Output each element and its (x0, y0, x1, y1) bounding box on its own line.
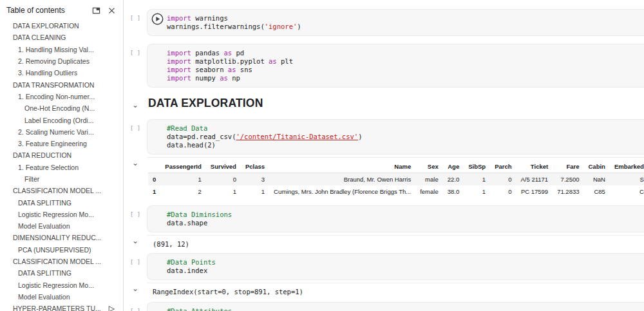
toc-item[interactable]: One-Hot Encoding (N... (0, 102, 123, 114)
df-cell: 1 (464, 185, 490, 198)
toc-item[interactable]: DATA CLEANING (0, 32, 123, 43)
code-lines: #Data Diminsionsdata.shape (167, 211, 636, 227)
output-content: PassengerIdSurvivedPclassNameSexAgeSibSp… (147, 157, 644, 198)
toc-item[interactable]: 1. Encoding Non-numer... (0, 91, 123, 102)
toc-title: Table of contents (6, 6, 84, 15)
notebook-area: [ ] import warningswarnings.filterwarnin… (124, 0, 644, 311)
toc-item[interactable]: Filter (0, 173, 123, 185)
df-column-header: Sex (415, 160, 443, 173)
toc-item[interactable]: DATA SPLITTING (0, 267, 123, 279)
df-column-header: Age (443, 160, 464, 173)
toc-list: DATA EXPLORATIONDATA CLEANING1. Handling… (0, 18, 123, 311)
toc-item[interactable]: Model Evaluation (0, 291, 123, 303)
df-cell: S (610, 173, 644, 186)
df-column-header: Survived (206, 160, 241, 173)
code-line: data.head(2) (167, 141, 636, 149)
df-cell: 7.2500 (553, 173, 583, 186)
toc-item-label: DATA SPLITTING (18, 269, 71, 277)
code-cell: [ ] #Read Datadata=pd.read_csv('/content… (124, 119, 644, 155)
toc-item-label: PCA (UNSUPERVISED) (18, 246, 91, 254)
df-cell: 38.0 (443, 185, 464, 198)
code-line: import pandas as pd (167, 49, 636, 57)
toc-item-label: 1. Encoding Non-numer... (18, 93, 95, 100)
toc-item-label: 1. Feature Selection (18, 164, 79, 171)
toc-item[interactable]: CLASSIFICATION MODEL ... (0, 256, 123, 267)
toc-item[interactable]: DATA TRANSFORMATION (0, 79, 123, 90)
dataframe-table: PassengerIdSurvivedPclassNameSexAgeSibSp… (148, 160, 644, 198)
toc-item[interactable]: DATA REDUCTION (0, 149, 123, 161)
toc-item[interactable]: Logistic Regression Mo... (0, 279, 123, 291)
cell-output: ⌄ RangeIndex(start=0, stop=891, step=1) (124, 283, 644, 297)
toc-item[interactable]: 1. Handling Missing Val... (0, 44, 123, 55)
collapse-output-icon[interactable]: ⌄ (124, 235, 147, 245)
df-cell: female (415, 185, 443, 198)
execution-indicator[interactable]: [ ] (124, 119, 147, 131)
code-lines: #Read Datadata=pd.read_csv('/content/Tit… (167, 124, 636, 149)
toc-item-label: DATA EXPLORATION (13, 22, 79, 30)
open-in-tab-icon[interactable] (92, 6, 100, 15)
df-index-cell: 1 (148, 185, 160, 198)
toc-item-label: One-Hot Encoding (N... (24, 104, 95, 112)
toc-item[interactable]: 2. Removing Duplicates (0, 55, 123, 67)
output-text: (891, 12) (148, 238, 644, 249)
collapse-output-icon[interactable]: ⌄ (124, 157, 147, 167)
df-column-header: Embarked (610, 160, 644, 173)
df-header-row: PassengerIdSurvivedPclassNameSexAgeSibSp… (148, 160, 644, 173)
df-cell: 71.2833 (553, 185, 583, 198)
section-heading: DATA EXPLORATION (147, 97, 263, 110)
toc-item-label: 2. Scaling Numeric Vari... (18, 128, 94, 136)
code-line: warnings.filterwarnings('ignore') (167, 23, 636, 31)
toc-item-label: Logistic Regression Mo... (18, 211, 94, 218)
toc-item-label: DATA SPLITTING (18, 199, 71, 207)
code-line: import warnings (167, 14, 636, 23)
df-index-cell: 0 (148, 173, 160, 186)
toc-item[interactable]: CLASSIFICATION MODEL ... (0, 185, 123, 196)
df-cell: NaN (584, 173, 610, 186)
execution-indicator[interactable]: [ ] (124, 302, 147, 311)
run-section-icon[interactable]: ▷ (109, 305, 115, 311)
toc-item-label: 1. Handling Missing Val... (18, 46, 94, 53)
colab-app: Table of contents DATA EXPLORATIONDATA C… (0, 0, 644, 311)
code-lines: #Data Attributesdata.columns (167, 307, 636, 311)
execution-indicator[interactable]: [ ] (124, 205, 147, 218)
toc-item[interactable]: Logistic Regression Mo... (0, 209, 123, 220)
df-column-header: Pclass (241, 160, 269, 173)
code-editor[interactable]: import warningswarnings.filterwarnings('… (147, 9, 644, 36)
collapse-output-icon[interactable]: ⌄ (124, 283, 147, 293)
toc-item[interactable]: 3. Feature Engineering (0, 138, 123, 149)
toc-item[interactable]: 2. Scaling Numeric Vari... (0, 126, 123, 138)
code-cell: [ ] import pandas as pdimport matplotlib… (124, 44, 644, 88)
code-editor[interactable]: import pandas as pdimport matplotlib.pyp… (147, 44, 644, 88)
df-column-header (148, 160, 160, 173)
toc-item[interactable]: Label Encoding (Ordi... (0, 114, 123, 126)
toc-item-label: 3. Feature Engineering (18, 140, 87, 147)
code-line: import numpy as np (167, 74, 636, 82)
execution-indicator[interactable]: [ ] (124, 253, 147, 265)
toc-item[interactable]: PCA (UNSUPERVISED) (0, 244, 123, 256)
execution-indicator[interactable]: [ ] (124, 9, 147, 21)
df-cell: 3 (241, 173, 269, 186)
df-cell: 1 (206, 185, 241, 198)
code-cell: [ ] #Data Diminsionsdata.shape (124, 205, 644, 232)
toc-item[interactable]: 3. Handling Outliers (0, 67, 123, 79)
code-line: #Data Diminsions (167, 211, 636, 219)
collapse-section-icon[interactable]: ⌄ (124, 97, 147, 109)
toc-item[interactable]: DATA SPLITTING (0, 196, 123, 208)
code-editor[interactable]: #Data Attributesdata.columns (147, 302, 644, 311)
close-icon[interactable] (108, 7, 115, 14)
toc-item[interactable]: DIMENSIONALITY REDUC... (0, 232, 123, 243)
code-line: #Data Points (167, 258, 636, 267)
more-options-icon[interactable]: ⋮ (122, 305, 123, 311)
df-cell: 0 (206, 173, 241, 186)
execution-indicator[interactable]: [ ] (124, 44, 147, 56)
toc-item[interactable]: Model Evaluation (0, 220, 123, 232)
toc-item-label: Logistic Regression Mo... (18, 281, 94, 289)
section-heading-row: ⌄ DATA EXPLORATION (124, 97, 644, 110)
toc-item[interactable]: HYPER-PARAMETERS TU...▷⋮ (0, 303, 123, 311)
code-editor[interactable]: #Data Pointsdata.index (147, 253, 644, 280)
code-editor[interactable]: #Read Datadata=pd.read_csv('/content/Tit… (147, 119, 644, 155)
toc-item[interactable]: DATA EXPLORATION (0, 20, 123, 32)
code-editor[interactable]: #Data Diminsionsdata.shape (147, 205, 644, 232)
run-cell-button[interactable] (151, 13, 164, 25)
toc-item[interactable]: 1. Feature Selection (0, 162, 123, 173)
